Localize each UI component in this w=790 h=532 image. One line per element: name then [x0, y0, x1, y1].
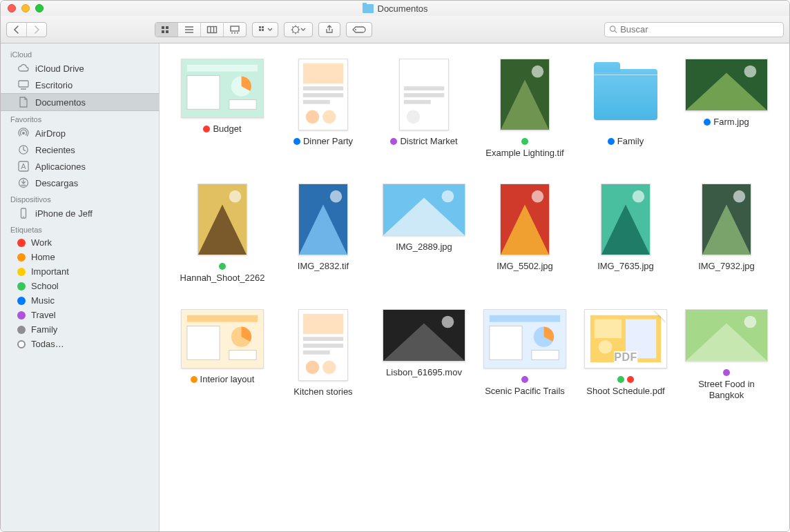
file-thumbnail[interactable] [483, 309, 566, 368]
file-thumbnail[interactable] [298, 184, 348, 255]
svg-rect-7 [208, 26, 217, 32]
back-button[interactable] [7, 23, 26, 37]
file-item[interactable]: IMG_2889.jpg [380, 184, 468, 284]
search-field[interactable] [604, 22, 784, 37]
sidebar-item-iphone-de-jeff[interactable]: iPhone de Jeff [1, 205, 159, 221]
sidebar: iCloudiCloud DriveEscritorioDocumentosFa… [1, 43, 160, 531]
file-item[interactable]: Scenic Pacific Trails [481, 309, 568, 402]
file-label: Dinner Party [293, 136, 353, 147]
file-thumbnail[interactable] [500, 59, 550, 130]
sidebar-item-icloud-drive[interactable]: iCloud Drive [1, 60, 159, 77]
svg-point-109 [744, 315, 757, 328]
svg-rect-11 [231, 32, 233, 34]
gallery-view-button[interactable] [223, 23, 246, 37]
svg-rect-12 [234, 32, 235, 34]
svg-line-24 [298, 32, 298, 32]
tag-color-icon [17, 311, 26, 319]
svg-point-57 [423, 110, 436, 124]
file-thumbnail[interactable] [685, 59, 768, 111]
column-view-button[interactable] [200, 23, 223, 37]
file-item[interactable]: PDFShoot Schedule.pdf [582, 309, 669, 402]
sidebar-item-airdrop[interactable]: AirDrop [1, 125, 159, 141]
file-thumbnail[interactable] [383, 184, 465, 236]
content-area[interactable]: BudgetDinner PartyDistrict MarketExample… [160, 43, 789, 531]
file-thumbnail[interactable] [685, 309, 768, 362]
minimize-window-button[interactable] [21, 4, 30, 12]
svg-rect-52 [404, 63, 444, 83]
file-item[interactable]: Budget [179, 59, 266, 159]
file-thumbnail[interactable] [298, 59, 348, 130]
file-thumbnail[interactable] [594, 59, 657, 130]
group-button[interactable] [253, 23, 278, 37]
sidebar-item-label: Family [31, 324, 57, 335]
file-item[interactable]: District Market [380, 59, 468, 159]
file-thumbnail[interactable] [399, 59, 449, 130]
file-label: Kitchen stories [293, 386, 352, 397]
tag-color-icon [17, 239, 26, 247]
svg-rect-84 [187, 326, 220, 359]
svg-rect-54 [404, 93, 444, 97]
cloud-icon [17, 62, 30, 75]
file-item[interactable]: Lisbon_61695.mov [380, 309, 468, 402]
file-thumbnail[interactable] [181, 309, 264, 368]
file-thumbnail[interactable] [500, 184, 550, 255]
file-thumbnail[interactable] [198, 184, 247, 255]
sidebar-item-school[interactable]: School [1, 279, 159, 293]
sidebar-item-aplicaciones[interactable]: AAplicaciones [1, 158, 159, 175]
file-item[interactable]: IMG_5502.jpg [481, 184, 568, 284]
file-thumbnail[interactable]: PDF [584, 309, 667, 368]
svg-rect-14 [259, 26, 261, 28]
sidebar-item-todas[interactable]: Todas… [1, 337, 159, 351]
svg-rect-41 [187, 75, 220, 109]
file-thumbnail[interactable] [601, 184, 651, 255]
file-item[interactable]: Street Food in Bangkok [683, 309, 770, 402]
list-view-button[interactable] [177, 23, 200, 37]
svg-point-56 [407, 110, 420, 124]
file-thumbnail[interactable] [383, 309, 465, 362]
svg-point-92 [306, 360, 319, 374]
file-name: Street Food in Bangkok [683, 379, 770, 402]
file-label: IMG_2832.tif [298, 261, 349, 272]
file-item[interactable]: Hannah_Shoot_2262 [179, 184, 266, 284]
sidebar-item-label: Music [31, 295, 55, 306]
zoom-window-button[interactable] [35, 4, 44, 12]
file-item[interactable]: IMG_7635.jpg [582, 184, 669, 284]
sidebar-item-family[interactable]: Family [1, 322, 159, 337]
sidebar-item-label: Recientes [35, 145, 75, 155]
file-item[interactable]: Kitchen stories [280, 309, 367, 402]
sidebar-item-important[interactable]: Important [1, 264, 159, 279]
file-thumbnail[interactable] [181, 59, 264, 118]
svg-rect-48 [303, 100, 330, 104]
tag-button[interactable] [347, 23, 372, 37]
file-label: IMG_2889.jpg [396, 242, 452, 253]
file-item[interactable]: IMG_7932.jpg [683, 184, 770, 284]
sidebar-item-documentos[interactable]: Documentos [1, 93, 159, 111]
action-button[interactable] [285, 23, 312, 37]
file-item[interactable]: IMG_2832.tif [280, 184, 367, 284]
file-item[interactable]: Family [582, 59, 669, 159]
sidebar-item-travel[interactable]: Travel [1, 308, 159, 322]
file-thumbnail[interactable] [702, 184, 751, 255]
search-input[interactable] [620, 24, 779, 35]
sidebar-item-music[interactable]: Music [1, 293, 159, 308]
file-item[interactable]: Dinner Party [280, 59, 367, 159]
file-item[interactable]: Farm.jpg [683, 59, 770, 159]
file-item[interactable]: Interior layout [179, 309, 266, 402]
forward-button[interactable] [26, 23, 46, 37]
share-button[interactable] [319, 23, 340, 37]
svg-point-60 [532, 66, 544, 78]
sidebar-item-recientes[interactable]: Recientes [1, 141, 159, 158]
sidebar-item-descargas[interactable]: Descargas [1, 175, 159, 191]
close-window-button[interactable] [8, 4, 16, 12]
sidebar-item-escritorio[interactable]: Escritorio [1, 77, 159, 93]
icon-view-button[interactable] [155, 23, 177, 37]
tag-dot-icon [627, 376, 634, 383]
svg-point-106 [599, 339, 613, 353]
clock-icon [17, 144, 30, 156]
file-label: Interior layout [191, 374, 255, 385]
pdf-badge: PDF [614, 351, 637, 364]
sidebar-item-work[interactable]: Work [1, 235, 159, 250]
file-thumbnail[interactable] [298, 309, 348, 381]
file-item[interactable]: Example Lighting.tif [481, 59, 568, 159]
sidebar-item-home[interactable]: Home [1, 250, 159, 264]
